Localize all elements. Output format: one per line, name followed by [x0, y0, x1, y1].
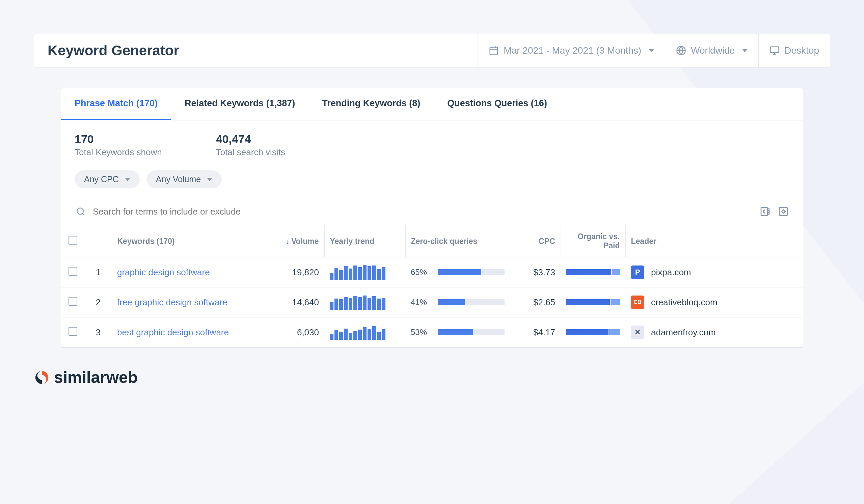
region-filter[interactable]: Worldwide: [665, 34, 758, 67]
zero-click-cell: 65%: [405, 257, 510, 287]
leader-favicon: CB: [631, 296, 644, 309]
export-excel-icon[interactable]: [759, 206, 771, 218]
tab-3[interactable]: Questions Queries (16): [434, 88, 561, 120]
cpc-value: $4.17: [510, 318, 561, 347]
col-keywords[interactable]: Keywords (170): [112, 225, 267, 257]
chevron-down-icon: [649, 49, 654, 52]
calendar-icon: [489, 46, 499, 56]
tab-2[interactable]: Trending Keywords (8): [309, 88, 434, 120]
tab-1[interactable]: Related Keywords (1,387): [171, 88, 309, 120]
svg-point-8: [77, 208, 84, 214]
globe-icon: [676, 46, 686, 56]
search-row: [61, 198, 803, 225]
date-range-filter[interactable]: Mar 2021 - May 2021 (3 Months): [478, 34, 665, 67]
tabs-row: Phrase Match (170)Related Keywords (1,38…: [61, 88, 803, 121]
keyword-link[interactable]: best graphic design software: [117, 327, 229, 337]
brand-logo: similarweb: [34, 348, 830, 386]
stats-row: 170 Total Keywords shown 40,474 Total se…: [61, 121, 803, 167]
search-icon: [75, 206, 87, 218]
trend-sparkline: [324, 257, 405, 287]
date-range-label: Mar 2021 - May 2021 (3 Months): [504, 45, 641, 56]
page-title: Keyword Generator: [34, 42, 478, 59]
volume-filter-chip[interactable]: Any Volume: [146, 170, 222, 188]
organic-paid-bar: [561, 318, 625, 347]
stat-total-keywords: 170 Total Keywords shown: [75, 133, 162, 158]
zero-click-bar: [438, 269, 505, 275]
sort-desc-icon: ↓: [286, 238, 289, 245]
keyword-link[interactable]: graphic design software: [117, 267, 210, 277]
svg-rect-11: [767, 209, 769, 210]
row-checkbox[interactable]: [69, 327, 77, 336]
cpc-filter-chip[interactable]: Any CPC: [75, 170, 140, 188]
svg-rect-5: [770, 47, 779, 53]
keyword-link[interactable]: free graphic design software: [117, 297, 227, 307]
leader-cell: CB creativebloq.com: [625, 287, 803, 318]
chevron-down-icon: [125, 178, 130, 181]
search-input[interactable]: [93, 207, 753, 217]
region-label: Worldwide: [691, 45, 735, 56]
keywords-table: Keywords (170) ↓Volume Yearly trend Zero…: [61, 225, 803, 347]
volume-value: 14,640: [267, 287, 324, 318]
col-checkbox: [61, 225, 85, 257]
row-checkbox[interactable]: [69, 297, 77, 306]
stat-label: Total Keywords shown: [75, 147, 162, 158]
svg-rect-0: [490, 47, 498, 55]
zero-click-pct: 53%: [411, 328, 431, 337]
stat-label: Total search visits: [216, 147, 285, 158]
trend-sparkline: [324, 287, 405, 318]
col-index: [85, 225, 112, 257]
svg-rect-14: [779, 208, 788, 216]
svg-point-15: [782, 210, 785, 213]
leader-cell: ✕ adamenfroy.com: [625, 318, 803, 347]
leader-domain[interactable]: pixpa.com: [651, 267, 691, 278]
filter-chip-row: Any CPC Any Volume: [61, 167, 803, 198]
chevron-down-icon: [207, 178, 212, 181]
leader-favicon: P: [631, 266, 644, 279]
row-index: 3: [85, 318, 112, 347]
brand-logo-text: similarweb: [54, 368, 138, 386]
table-row: 3 best graphic design software 6,030 53%…: [61, 318, 803, 347]
col-volume[interactable]: ↓Volume: [267, 225, 324, 257]
volume-value: 19,820: [267, 257, 324, 287]
table-row: 2 free graphic design software 14,640 41…: [61, 287, 803, 318]
row-index: 1: [85, 257, 112, 287]
stat-total-visits: 40,474 Total search visits: [216, 133, 285, 158]
select-all-checkbox[interactable]: [69, 236, 77, 245]
zero-click-cell: 41%: [405, 287, 510, 318]
row-checkbox[interactable]: [69, 267, 77, 275]
zero-click-pct: 41%: [411, 297, 431, 307]
table-header-row: Keywords (170) ↓Volume Yearly trend Zero…: [61, 225, 803, 257]
tab-0[interactable]: Phrase Match (170): [61, 88, 171, 120]
table-row: 1 graphic design software 19,820 65% $3.…: [61, 257, 803, 287]
leader-cell: P pixpa.com: [625, 257, 803, 287]
trend-sparkline: [324, 318, 405, 347]
zero-click-bar: [438, 299, 505, 305]
main-panel: Phrase Match (170)Related Keywords (1,38…: [61, 88, 803, 348]
zero-click-cell: 53%: [405, 318, 510, 347]
device-filter[interactable]: Desktop: [758, 34, 830, 67]
svg-rect-12: [767, 211, 769, 212]
cpc-value: $3.73: [510, 257, 561, 287]
volume-value: 6,030: [267, 318, 324, 347]
col-leader[interactable]: Leader: [625, 225, 803, 257]
svg-line-9: [82, 213, 84, 215]
header-bar: Keyword Generator Mar 2021 - May 2021 (3…: [34, 34, 830, 67]
organic-paid-bar: [561, 257, 625, 287]
settings-icon[interactable]: [777, 206, 789, 218]
col-cpc[interactable]: CPC: [510, 225, 561, 257]
stat-value: 170: [75, 133, 162, 146]
cpc-value: $2.65: [510, 287, 561, 318]
col-organic[interactable]: Organic vs. Paid: [561, 225, 625, 257]
leader-domain[interactable]: creativebloq.com: [651, 297, 718, 308]
similarweb-logo-icon: [34, 369, 50, 385]
col-zero-click[interactable]: Zero-click queries: [405, 225, 510, 257]
zero-click-bar: [438, 329, 505, 335]
stat-value: 40,474: [216, 133, 285, 146]
zero-click-pct: 65%: [411, 268, 431, 277]
organic-paid-bar: [561, 287, 625, 318]
chevron-down-icon: [742, 49, 747, 52]
col-trend[interactable]: Yearly trend: [324, 225, 405, 257]
leader-domain[interactable]: adamenfroy.com: [651, 327, 716, 338]
desktop-icon: [769, 46, 780, 56]
device-label: Desktop: [784, 45, 819, 56]
